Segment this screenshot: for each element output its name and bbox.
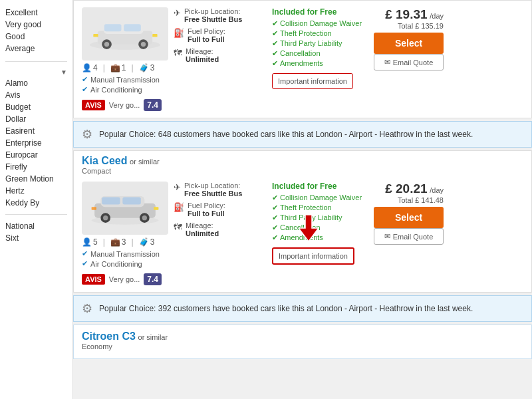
kia-email-button[interactable]: ✉ Email Quote bbox=[374, 228, 444, 245]
kia-total: Total £ 141.48 bbox=[374, 196, 444, 204]
kia-mileage-icon: 🗺 bbox=[174, 222, 182, 232]
mileage-icon: 🗺 bbox=[174, 48, 182, 58]
kia-email-icon: ✉ bbox=[384, 232, 390, 241]
fiat-actions-col: £ 19.31 /day Total £ 135.19 Select ✉ Ema… bbox=[374, 7, 444, 111]
sidebar-rating-verygood[interactable]: Very good bbox=[5, 19, 67, 31]
sidebar-rating-excellent[interactable]: Excellent bbox=[5, 7, 67, 19]
sidebar-brand-enterprise[interactable]: Enterprise bbox=[5, 137, 67, 149]
fuel-icon: ⛽ bbox=[174, 28, 184, 38]
sidebar-divider-1 bbox=[5, 61, 67, 62]
kia-included-title: Included for Free bbox=[272, 182, 368, 191]
fiat-total: Total £ 135.19 bbox=[374, 22, 444, 30]
sidebar-brand-keddy[interactable]: Keddy By bbox=[5, 197, 67, 209]
sidebar-rating-average[interactable]: Average bbox=[5, 43, 67, 55]
ratings-section: Excellent Very good Good Average bbox=[5, 7, 67, 55]
kia-select-button[interactable]: Select bbox=[374, 207, 444, 228]
check-included-4: ✔ bbox=[272, 59, 278, 68]
sidebar-brand-greenmotion[interactable]: Green Motion bbox=[5, 173, 67, 185]
fiat-rating-text: Very go... bbox=[109, 101, 140, 109]
sidebar-brand-firefly[interactable]: Firefly bbox=[5, 161, 67, 173]
kia-check-included-3: ✔ bbox=[272, 223, 278, 232]
sidebar-brand-national[interactable]: National bbox=[5, 220, 67, 232]
kia-car-similar-text: or similar bbox=[130, 158, 160, 166]
kia-info-section: ✈ Pick-up Location: Free Shuttle Bus ⛽ F… bbox=[174, 182, 267, 285]
kia-pickup-row: ✈ Pick-up Location: Free Shuttle Bus bbox=[174, 182, 267, 198]
kia-rating-text: Very go... bbox=[109, 275, 140, 283]
kia-car-svg bbox=[88, 188, 162, 228]
svg-rect-8 bbox=[124, 24, 141, 31]
kia-mileage-row: 🗺 Mileage: Unlimited bbox=[174, 221, 267, 237]
kia-per-day: /day bbox=[430, 186, 444, 194]
kia-car-name: Kia Ceed bbox=[82, 155, 127, 166]
kia-passengers: 👤 5 bbox=[82, 237, 98, 247]
svg-rect-20 bbox=[154, 207, 158, 210]
sidebar-brand-budget[interactable]: Budget bbox=[5, 101, 67, 113]
fiat-price: £ 19.31 bbox=[385, 7, 427, 21]
kia-price: £ 20.21 bbox=[385, 182, 427, 196]
fiat-included-section: Included for Free ✔ Collision Damage Wai… bbox=[272, 7, 368, 111]
fiat-included-2: ✔ Third Party Liability bbox=[272, 39, 368, 48]
sidebar-brand-easirent[interactable]: Easirent bbox=[5, 125, 67, 137]
sidebar-brand-dollar[interactable]: Dollar bbox=[5, 113, 67, 125]
fiat-price-block: £ 19.31 /day Total £ 135.19 bbox=[374, 7, 444, 30]
fiat-card: 👤 4 | 💼 1 | 🧳 3 ✔ Manual bbox=[73, 0, 532, 118]
popular-banner-2: ⚙ Popular Choice: 392 customers have boo… bbox=[73, 295, 532, 322]
kia-actions-col: £ 20.21 /day Total £ 141.48 Select ✉ Ema… bbox=[374, 182, 444, 285]
chevron-down-icon: ▼ bbox=[61, 68, 67, 76]
sidebar-brand-hertz[interactable]: Hertz bbox=[5, 185, 67, 197]
fiat-rating-score: 7.4 bbox=[144, 99, 162, 111]
kia-rating-row: AVIS Very go... 7.4 bbox=[82, 273, 168, 285]
kia-suitcase-icon: 🧳 bbox=[139, 237, 149, 247]
brands-dropdown-button[interactable]: ▼ bbox=[5, 67, 67, 77]
kia-mileage-value: Unlimited bbox=[186, 229, 219, 237]
sidebar-brand-alamo[interactable]: Alamo bbox=[5, 77, 67, 89]
kia-important-button[interactable]: Important information bbox=[272, 247, 354, 265]
kia-capacity-row: 👤 5 | 💼 3 | 🧳 3 bbox=[82, 237, 168, 247]
kia-bags-large: 🧳 3 bbox=[139, 237, 155, 247]
sidebar-brand-sixt[interactable]: Sixt bbox=[5, 232, 67, 244]
kia-check-2: ✔ bbox=[82, 259, 88, 268]
citroen-car-name: Citroen C3 bbox=[82, 331, 136, 342]
fiat-avis-badge: AVIS bbox=[82, 100, 105, 110]
fiat-feature-transmission: ✔ Manual Transmission bbox=[82, 75, 168, 84]
main-content: 👤 4 | 💼 1 | 🧳 3 ✔ Manual bbox=[73, 0, 532, 399]
sidebar-brand-europcar[interactable]: Europcar bbox=[5, 149, 67, 161]
fiat-image-section: 👤 4 | 💼 1 | 🧳 3 ✔ Manual bbox=[82, 7, 168, 111]
kia-fuel-label: Fuel Policy: bbox=[188, 201, 225, 209]
svg-rect-21 bbox=[92, 207, 96, 210]
check-icon-2: ✔ bbox=[82, 85, 88, 94]
kia-included-4: ✔ Amendments bbox=[272, 233, 368, 242]
kia-pickup-label: Pick-up Location: bbox=[184, 182, 242, 190]
kia-included-1: ✔ Theft Protection bbox=[272, 203, 368, 212]
svg-rect-9 bbox=[152, 34, 157, 37]
kia-check-included-1: ✔ bbox=[272, 203, 278, 212]
kia-rating-score: 7.4 bbox=[144, 273, 162, 285]
fiat-important-button[interactable]: Important information bbox=[272, 73, 353, 89]
kia-included-2: ✔ Third Party Liability bbox=[272, 213, 368, 222]
svg-rect-18 bbox=[102, 198, 120, 205]
kia-check-included-4: ✔ bbox=[272, 233, 278, 242]
kia-feature-ac: ✔ Air Conditioning bbox=[82, 259, 168, 268]
kia-fuel-value: Full to Full bbox=[188, 209, 225, 217]
separator-2: | bbox=[132, 63, 134, 72]
fiat-select-button[interactable]: Select bbox=[374, 33, 444, 54]
fiat-pickup-row: ✈ Pick-up Location: Free Shuttle Bus bbox=[174, 7, 267, 23]
fiat-mileage-value: Unlimited bbox=[186, 55, 219, 63]
kia-included-3: ✔ Cancellation bbox=[272, 223, 368, 232]
sidebar-brand-avis[interactable]: Avis bbox=[5, 89, 67, 101]
kia-sep2: | bbox=[132, 237, 134, 247]
separator-1: | bbox=[103, 63, 105, 72]
fiat-fuel-value: Full to Full bbox=[188, 35, 225, 43]
bag-icon: 💼 bbox=[110, 63, 120, 72]
sidebar-rating-good[interactable]: Good bbox=[5, 31, 67, 43]
kia-bags-small: 💼 3 bbox=[110, 237, 126, 247]
check-included-1: ✔ bbox=[272, 29, 278, 38]
fiat-feature-ac: ✔ Air Conditioning bbox=[82, 85, 168, 94]
fiat-included-3: ✔ Cancellation bbox=[272, 49, 368, 58]
fiat-car-image bbox=[82, 7, 168, 61]
fiat-email-button[interactable]: ✉ Email Quote bbox=[374, 54, 444, 70]
check-icon-1: ✔ bbox=[82, 75, 88, 84]
svg-point-4 bbox=[104, 42, 109, 47]
fiat-per-day: /day bbox=[430, 12, 444, 20]
popular-text-1: Popular Choice: 648 customers have booke… bbox=[99, 130, 523, 139]
